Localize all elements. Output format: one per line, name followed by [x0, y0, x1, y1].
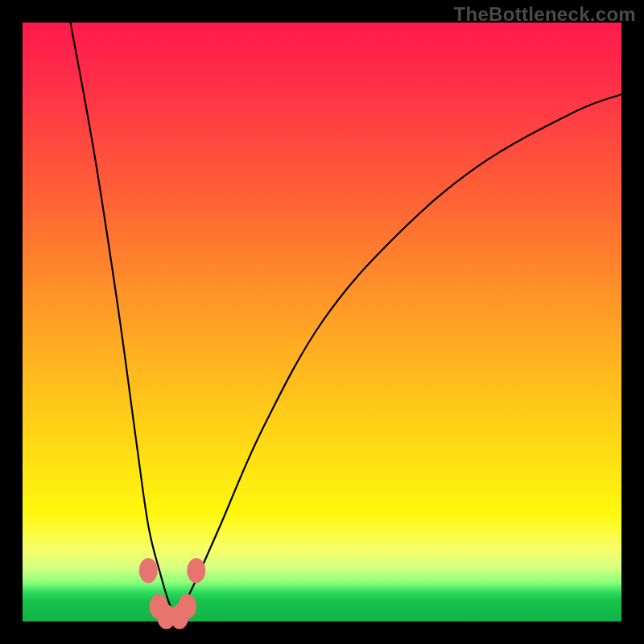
chart-frame: TheBottleneck.com — [0, 0, 644, 644]
curve-layer — [23, 23, 621, 621]
marker-dot — [170, 605, 188, 630]
plot-area — [23, 23, 621, 621]
curve-left-branch — [71, 23, 175, 616]
marker-dot — [187, 558, 205, 583]
curve-right-branch — [175, 94, 621, 615]
bottleneck-curve — [71, 23, 621, 616]
marker-dot — [139, 558, 158, 583]
bottom-markers — [139, 558, 205, 629]
